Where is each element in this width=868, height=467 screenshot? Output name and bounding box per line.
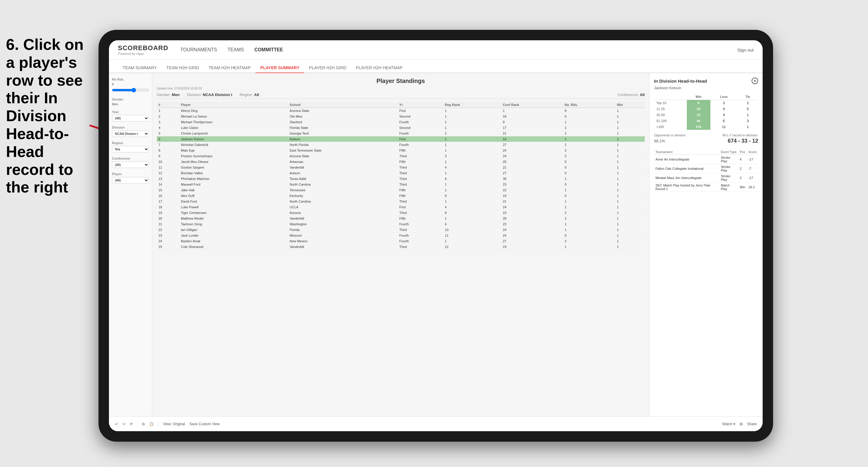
row-yr: Third: [398, 165, 443, 170]
tab-team-summary[interactable]: TEAM SUMMARY: [118, 63, 161, 73]
tourney-type: Stroke Play: [719, 174, 738, 183]
sign-out-button[interactable]: Sign out: [737, 48, 754, 53]
table-row[interactable]: 8 Mats Ege East Tennessee State Fifth 1 …: [157, 148, 645, 153]
region-label: Region: [112, 141, 149, 145]
rank-label: 26-50: [654, 112, 687, 118]
table-row[interactable]: 10 Jacob Mou-Olesee Arkansas Fifth 1 25 …: [157, 159, 645, 165]
filter-division: Division: NCAA Division I: [187, 93, 232, 97]
paste-button[interactable]: 📋: [149, 422, 154, 426]
division-select[interactable]: NCAA Division I: [112, 130, 149, 137]
tab-team-h2h-heatmap[interactable]: TEAM H2H HEATMAP: [204, 63, 255, 73]
row-reg-rank: 4: [443, 205, 501, 210]
row-school: North Carolina: [288, 182, 398, 187]
tab-player-h2h-heatmap[interactable]: PLAYER H2H HEATMAP: [351, 63, 407, 73]
table-row[interactable]: 1 Wenyi Ding Arizona State First 1 1 8 1: [157, 108, 645, 114]
table-row[interactable]: 9 Preston Summerhays Arizona State Third…: [157, 153, 645, 159]
panel-header: In Division Head-to-Head ×: [654, 77, 758, 84]
row-rds: 0: [563, 233, 615, 239]
layout-button[interactable]: ⊞: [740, 422, 743, 426]
table-row[interactable]: 16 Alex Goff Kentucky Fifth 8 19 0 1: [157, 193, 645, 199]
table-row[interactable]: 22 Ian Gilligan Florida Third 10 24 1 1: [157, 227, 645, 233]
save-custom-button[interactable]: Save Custom View: [190, 422, 220, 426]
share-button[interactable]: Share: [747, 422, 757, 426]
table-row[interactable]: 17 David Ford North Carolina Third 1 21 …: [157, 199, 645, 205]
redo-button[interactable]: ↪: [122, 422, 125, 426]
row-yr: Third: [398, 210, 443, 216]
row-yr: Fourth: [398, 233, 443, 239]
tourney-score: -7: [747, 164, 758, 174]
row-player: Michael La Sasso: [179, 114, 288, 119]
table-row[interactable]: 4 Luke Claton Florida State Second 1 17 …: [157, 125, 645, 131]
row-yr: Fifth: [398, 148, 443, 153]
row-rds: 1: [563, 199, 615, 205]
row-reg-rank: 1: [443, 216, 501, 221]
row-player: Luke Claton: [179, 125, 288, 131]
table-row[interactable]: 20 Matthew Riedel Vanderbilt Fifth 1 28 …: [157, 216, 645, 221]
player-select[interactable]: (All): [112, 177, 149, 184]
filter-region: Region: All: [240, 93, 259, 97]
row-player: Luke Powell: [179, 205, 288, 210]
row-win: 1: [615, 114, 645, 119]
table-row[interactable]: 5 Christo Lamprecht Georgia Tech Fourth …: [157, 131, 645, 136]
row-reg-rank: 1: [443, 187, 501, 193]
table-row[interactable]: 18 Luke Powell UCLA First 4 24 1 1: [157, 205, 645, 210]
row-win: 1: [615, 221, 645, 227]
row-conf-rank: 30: [501, 176, 563, 182]
table-row[interactable]: 2 Michael La Sasso Ole Miss Second 1 18 …: [157, 114, 645, 119]
h2h-tie: 3: [738, 118, 758, 124]
table-row[interactable]: 11 Gordon Sargent Vanderbilt Third 4 21 …: [157, 165, 645, 170]
no-rds-slider[interactable]: [112, 88, 149, 93]
undo-button[interactable]: ↩: [115, 422, 118, 426]
h2h-win: 578: [687, 124, 710, 130]
panel-player-name: Jackson Koivun: [654, 86, 758, 90]
watch-button[interactable]: Watch ▾: [722, 422, 735, 426]
h2h-col-tie: Tie: [738, 94, 758, 100]
logo-subtitle: Powered by clippi: [118, 52, 168, 56]
sidebar-gender: Gender Men: [112, 98, 149, 106]
table-row[interactable]: 23 Jack Lundin Missouri Fourth 11 24 0 1: [157, 233, 645, 239]
nav-teams[interactable]: TEAMS: [227, 46, 244, 54]
opponents-info: Opponents in division: W-L-T record in-d…: [654, 133, 758, 137]
row-yr: Third: [398, 153, 443, 159]
nav-tournaments[interactable]: TOURNAMENTS: [180, 46, 217, 54]
row-school: Arizona State: [288, 108, 398, 114]
row-conf-rank: 22: [501, 187, 563, 193]
conference-select[interactable]: (All): [112, 161, 149, 168]
copy-button[interactable]: ⧉: [142, 422, 145, 426]
year-select[interactable]: (All): [112, 115, 149, 121]
tourney-name: Mirabel Maui Jim Intercollegiate: [654, 174, 719, 183]
table-row[interactable]: 25 Cole Sherwood Vanderbilt Third 12 23 …: [157, 244, 645, 250]
row-win: 1: [615, 108, 645, 114]
nav-committee[interactable]: COMMITTEE: [254, 46, 283, 54]
table-row[interactable]: 13 Phichaksn Maichon Texas A&M Third 6 3…: [157, 176, 645, 182]
row-num: 12: [157, 170, 179, 176]
row-win: 1: [615, 131, 645, 136]
view-original-button[interactable]: View: Original: [163, 422, 185, 426]
table-row[interactable]: 6 Jackson Koivun Auburn First 1 14 1 1: [157, 136, 645, 142]
close-panel-button[interactable]: ×: [752, 77, 758, 84]
row-win: 1: [615, 142, 645, 148]
table-row[interactable]: 12 Brendan Valles Auburn Third 1 27 0 1: [157, 170, 645, 176]
row-reg-rank: 1: [443, 125, 501, 131]
row-rds: 1: [563, 119, 615, 125]
tab-team-h2h-grid[interactable]: TEAM H2H GRID: [161, 63, 204, 73]
table-row[interactable]: 14 Maxwell Ford North Carolina Third 1 2…: [157, 182, 645, 187]
tab-player-summary[interactable]: PLAYER SUMMARY: [255, 63, 304, 73]
col-win: Win: [615, 102, 645, 108]
row-player: Nicholas Gabrelcik: [179, 142, 288, 148]
table-row[interactable]: 15 Jake Hall Tennessee Fifth 1 22 1 1: [157, 187, 645, 193]
row-player: Christo Lamprecht: [179, 131, 288, 136]
table-row[interactable]: 7 Nicholas Gabrelcik North Florida Fourt…: [157, 142, 645, 148]
table-row[interactable]: 3 Michael Thorbjornsen Stanford Fourth 1…: [157, 119, 645, 125]
tourney-score: -17: [747, 174, 758, 183]
table-row[interactable]: 21 Taehoon Song Washington Fourth 6 23 1…: [157, 221, 645, 227]
forward-button[interactable]: ⟳: [130, 422, 133, 426]
row-yr: Third: [398, 176, 443, 182]
row-num: 13: [157, 176, 179, 182]
h2h-rank-table: Win Loss Tie Top 10 8 3 2 11-25 20 9 5 2…: [654, 94, 758, 130]
row-win: 1: [615, 244, 645, 250]
table-row[interactable]: 24 Bastien Amat New Mexico Fourth 1 27 2…: [157, 239, 645, 244]
tab-player-h2h-grid[interactable]: PLAYER H2H GRID: [304, 63, 351, 73]
table-row[interactable]: 19 Tiger Christensen Arizona Third 8 23 …: [157, 210, 645, 216]
region-select[interactable]: N/a: [112, 146, 149, 153]
